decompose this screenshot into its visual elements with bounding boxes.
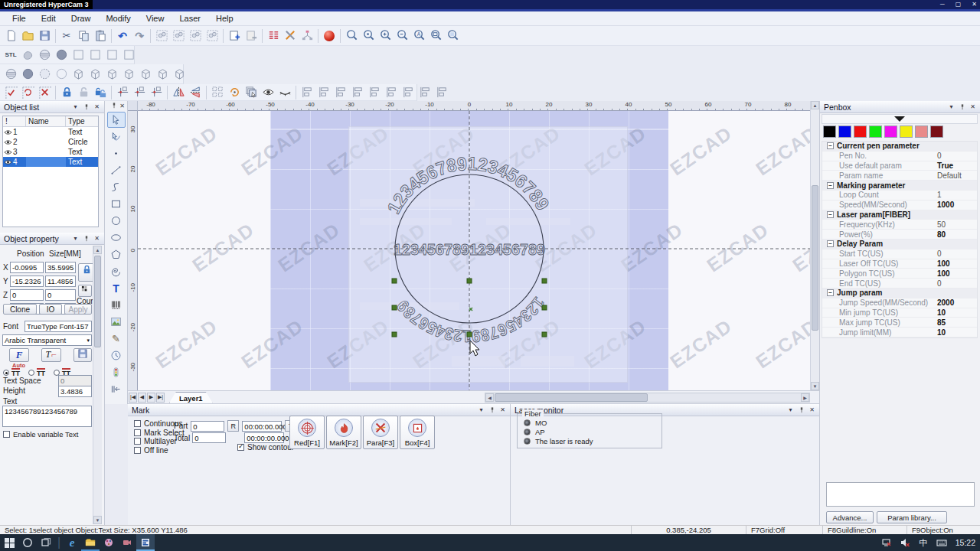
dropdown-icon[interactable]: ▾: [478, 406, 485, 413]
collapse-icon[interactable]: −: [827, 240, 834, 247]
undo-icon[interactable]: ↶: [114, 28, 131, 44]
param-group-header[interactable]: −Laser param[FIBER]: [822, 210, 977, 220]
scrollbar-thumb[interactable]: [94, 256, 101, 347]
position-x-input[interactable]: -0.0995: [10, 262, 44, 273]
scrollbar-thumb[interactable]: [495, 393, 648, 402]
cube-icon[interactable]: [137, 67, 154, 82]
pen-color-swatch-0[interactable]: [823, 126, 836, 138]
copy-icon[interactable]: [75, 28, 92, 44]
start-button[interactable]: [0, 534, 18, 551]
align-icon[interactable]: [349, 85, 366, 100]
lens-a-icon[interactable]: A: [410, 28, 427, 44]
cube-icon[interactable]: [171, 67, 188, 82]
copy-stack-icon[interactable]: [243, 85, 260, 100]
param-row[interactable]: Max jump TC(US)85: [822, 318, 977, 328]
paste-icon[interactable]: [92, 28, 109, 44]
collapse-icon[interactable]: −: [827, 289, 834, 296]
prev-layer-icon[interactable]: ◀: [138, 393, 146, 403]
menu-view[interactable]: View: [139, 11, 172, 25]
pin-icon[interactable]: [83, 235, 90, 242]
arc-text-bottom[interactable]: 123456789123456789: [393, 293, 548, 346]
multilayer-checkbox[interactable]: [134, 438, 141, 445]
param-row[interactable]: Pen No.0: [822, 152, 977, 161]
canvas-vertical-scrollbar[interactable]: ▲ ▼: [810, 101, 819, 390]
lens-sel-icon[interactable]: [427, 28, 444, 44]
touch-keyboard-icon[interactable]: [934, 534, 949, 551]
param-value[interactable]: 50: [937, 220, 946, 229]
grid-toggle-status[interactable]: F7Grid:Off: [746, 526, 823, 535]
menu-help[interactable]: Help: [208, 11, 241, 25]
ball-dark-icon[interactable]: [53, 47, 70, 63]
lens-page-icon[interactable]: [444, 28, 461, 44]
tool-clock[interactable]: [107, 347, 126, 364]
param-value[interactable]: 10: [937, 308, 946, 317]
cube-icon[interactable]: [103, 67, 120, 82]
group-icon[interactable]: [153, 28, 170, 44]
move-cross-icon[interactable]: [103, 47, 120, 63]
tool-light[interactable]: [107, 364, 126, 380]
doc-new-icon[interactable]: [2, 28, 19, 44]
menu-draw[interactable]: Draw: [64, 11, 99, 25]
tool-circle[interactable]: [107, 213, 126, 229]
param-value[interactable]: 100: [937, 269, 950, 278]
param-value[interactable]: True: [937, 161, 953, 170]
visibility-eye-icon[interactable]: [3, 149, 13, 155]
ime-indicator[interactable]: 中: [916, 534, 931, 551]
canvas-horizontal-scrollbar[interactable]: ◀ ▶: [485, 393, 810, 403]
param-value[interactable]: 1: [937, 191, 942, 199]
param-row[interactable]: Jump limit(MM)10: [822, 328, 977, 337]
column-header-name[interactable]: Name: [26, 116, 66, 126]
lens-icon[interactable]: [343, 28, 360, 44]
close-icon[interactable]: ✕: [808, 406, 815, 413]
next-layer-icon[interactable]: ▶: [147, 393, 155, 403]
close-icon[interactable]: ✕: [119, 103, 125, 111]
eye-icon[interactable]: [260, 85, 276, 100]
tool-jump[interactable]: [107, 381, 126, 397]
position-z-input[interactable]: 0: [10, 289, 44, 301]
selection-handle[interactable]: [467, 332, 472, 337]
last-layer-icon[interactable]: ▶|: [156, 393, 165, 403]
param-group-header[interactable]: −Marking parameter: [822, 181, 977, 191]
tool-barcode[interactable]: [107, 297, 126, 313]
pen-color-swatch-2[interactable]: [854, 126, 867, 138]
clone-button[interactable]: Clone: [3, 304, 37, 315]
mirror-h-icon[interactable]: [187, 85, 204, 100]
hypercam-app-icon[interactable]: [118, 534, 136, 551]
visibility-eye-icon[interactable]: [3, 159, 13, 165]
ball-dark-icon[interactable]: [19, 67, 36, 82]
cube-icon[interactable]: [120, 67, 137, 82]
axis-icon[interactable]: [114, 85, 131, 100]
param-row[interactable]: Use default paramTrue: [822, 161, 977, 171]
paint-app-icon[interactable]: [100, 534, 118, 551]
position-y-input[interactable]: -15.2326: [10, 276, 44, 287]
save-font-button[interactable]: [74, 348, 92, 362]
save-icon[interactable]: [36, 28, 53, 44]
axis-icon[interactable]: [148, 85, 165, 100]
part-input[interactable]: 0: [191, 421, 224, 432]
tool-point[interactable]: [107, 145, 126, 161]
penbox-list-box[interactable]: [826, 482, 975, 507]
continuous-checkbox[interactable]: [134, 420, 141, 427]
para-f3-button[interactable]: Para[F3]: [363, 416, 398, 449]
param-row[interactable]: Jump Speed(MM/Second)2000: [822, 298, 977, 308]
dropdown-icon[interactable]: ▾: [948, 103, 955, 110]
blob-icon[interactable]: [19, 47, 36, 63]
selection-handle[interactable]: [392, 279, 397, 283]
scroll-down-icon[interactable]: ▼: [93, 516, 102, 524]
pin-icon[interactable]: [488, 406, 495, 413]
pen-color-swatch-6[interactable]: [915, 126, 928, 138]
canvas-viewport[interactable]: EZCADEZCADEZCADEZCADEZCADEZCADEZCADEZCAD…: [138, 111, 810, 390]
mark-f2-button[interactable]: Mark[F2]: [326, 416, 361, 449]
object-toggle-status[interactable]: F9Object:On: [907, 526, 980, 535]
mark-select-checkbox[interactable]: [134, 429, 141, 436]
align-icon[interactable]: [400, 85, 416, 100]
drawing-layer[interactable]: 123456789123456789 123456789123456789 12…: [138, 111, 810, 390]
pen-color-swatch-1[interactable]: [838, 126, 851, 138]
dropdown-icon[interactable]: ▾: [72, 103, 79, 110]
lock-open-icon[interactable]: [75, 85, 92, 100]
circle-outline-icon[interactable]: [53, 67, 70, 82]
param-value[interactable]: 1000: [937, 201, 954, 209]
pin-icon[interactable]: [959, 103, 965, 110]
param-group-header[interactable]: −Jump param: [822, 289, 977, 298]
center-text-object[interactable]: 123456789123456789: [394, 240, 545, 258]
